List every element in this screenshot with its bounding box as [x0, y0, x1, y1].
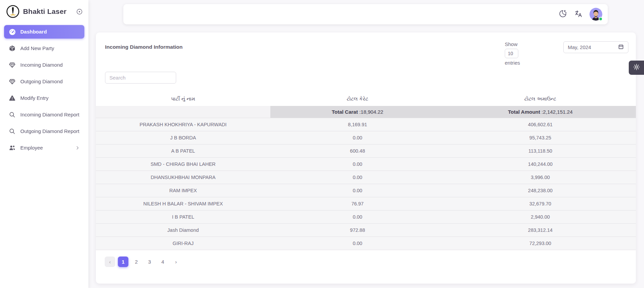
amount-cell: 3,996.00 — [445, 171, 636, 184]
party-name-cell: Jash Diamond — [96, 224, 270, 237]
diamond-icon — [8, 77, 16, 86]
table-row: SMD - CHIRAG BHAI LAHER 0.00 140,244.00 — [96, 158, 636, 171]
party-name-cell: NILESH H BALAR - SHIVAM IMPEX — [96, 197, 270, 211]
sidebar-item-label: Incoming Diamond — [20, 62, 80, 68]
pagination-prev-button[interactable]: ‹ — [105, 257, 115, 267]
total-carat-value: :18,904.22 — [359, 109, 383, 115]
language-switch-button[interactable] — [572, 8, 585, 21]
sidebar-item-incoming-diamond[interactable]: Incoming Diamond — [4, 58, 84, 72]
party-name-cell: SMD - CHIRAG BHAI LAHER — [96, 158, 270, 171]
entries-count-input[interactable] — [505, 49, 518, 58]
sidebar-item-label: Employee — [20, 145, 71, 151]
sidebar-item-add-new-party[interactable]: Add New Party — [4, 42, 84, 55]
amount-cell: 406,602.61 — [445, 118, 636, 131]
sidebar-item-incoming-diamond-report[interactable]: Incoming Diamond Report — [4, 108, 84, 121]
entries-label: entries — [505, 60, 520, 66]
table-row: J B BORDA 0.00 95,743.25 — [96, 131, 636, 145]
sidebar-item-label: Outgoing Diamond — [20, 79, 80, 85]
totals-row: Total Carat:18,904.22 Total Amount:2,142… — [96, 106, 636, 118]
sidebar-item-label: Incoming Diamond Report — [20, 112, 80, 118]
total-carat-cell: Total Carat:18,904.22 — [270, 106, 445, 118]
language-icon — [574, 9, 583, 19]
month-picker[interactable]: May, 2024 — [563, 41, 628, 53]
table-row: GIRI-RAJ 0.00 72,293.00 — [96, 237, 636, 250]
sidebar-item-label: Add New Party — [20, 45, 80, 52]
sidebar-item-label: Outgoing Diamond Report — [20, 128, 80, 135]
incoming-diamond-card: Incoming Diamond Information Show entrie… — [96, 32, 636, 284]
carat-cell: 0.00 — [270, 171, 445, 184]
carat-cell: 0.00 — [270, 237, 445, 250]
diamond-icon — [8, 61, 16, 69]
cube-icon — [8, 44, 16, 52]
pagination-next-button[interactable]: › — [171, 257, 181, 267]
party-name-cell: PRAKASH KHOKHRIYA - KAPURWADI — [96, 118, 270, 131]
alert-triangle-icon — [8, 94, 16, 102]
carat-cell: 0.00 — [270, 158, 445, 171]
amount-cell: 32,679.70 — [445, 197, 636, 211]
total-amount-cell: Total Amount:2,142,151.24 — [445, 106, 636, 118]
pagination-page-4[interactable]: 4 — [158, 257, 168, 267]
carat-cell: 8,169.91 — [270, 118, 445, 131]
pagination: ‹ 1 2 3 4 › — [96, 250, 636, 267]
search-icon — [8, 127, 16, 135]
party-name-cell: A B PATEL — [96, 145, 270, 158]
party-name-cell: DHANSUKHBHAI MONPARA — [96, 171, 270, 184]
party-name-cell: GIRI-RAJ — [96, 237, 270, 250]
amount-cell: 283,312.14 — [445, 224, 636, 237]
dark-mode-toggle-button[interactable] — [556, 8, 569, 21]
carat-cell: 0.00 — [270, 184, 445, 197]
topbar — [123, 4, 608, 24]
moon-stars-icon — [559, 9, 567, 19]
column-header-party-name: પાર્ટી નું નામ — [96, 92, 270, 106]
table-row: DHANSUKHBHAI MONPARA 0.00 3,996.00 — [96, 171, 636, 184]
table-row: PRAKASH KHOKHRIYA - KAPURWADI 8,169.91 4… — [96, 118, 636, 131]
gear-icon — [633, 63, 640, 72]
total-amount-value: :2,142,151.24 — [541, 109, 573, 115]
totals-empty-cell — [96, 106, 270, 118]
user-avatar[interactable] — [589, 8, 602, 21]
incoming-diamond-table: પાર્ટી નું નામ ટોટલ કેરેટ ટોટલ અમાઉન્ટ T… — [96, 92, 636, 250]
amount-cell: 113,118.50 — [445, 145, 636, 158]
chevron-right-icon — [75, 145, 80, 151]
carat-cell: 76.97 — [270, 197, 445, 211]
show-label: Show — [505, 41, 520, 47]
sidebar-item-outgoing-diamond[interactable]: Outgoing Diamond — [4, 75, 84, 88]
users-icon — [8, 144, 16, 152]
sidebar-item-employee[interactable]: Employee — [4, 141, 84, 155]
total-carat-label: Total Carat — [332, 109, 358, 115]
party-name-cell: RAM IMPEX — [96, 184, 270, 197]
column-header-total-carat: ટોટલ કેરેટ — [270, 92, 445, 106]
amount-cell: 72,293.00 — [445, 237, 636, 250]
search-input[interactable] — [105, 72, 176, 84]
carat-cell: 972.88 — [270, 224, 445, 237]
amount-cell: 140,244.00 — [445, 158, 636, 171]
table-row: I B PATEL 0.00 2,940.00 — [96, 211, 636, 224]
brand-logo-icon — [6, 5, 20, 18]
calendar-icon — [618, 44, 624, 51]
entries-control: Show entries — [505, 41, 520, 66]
page-title: Incoming Diamond Information — [105, 44, 183, 66]
sidebar-item-dashboard[interactable]: Dashboard — [4, 25, 84, 39]
column-header-total-amount: ટોટલ અમાઉન્ટ — [445, 92, 636, 106]
pagination-page-2[interactable]: 2 — [131, 257, 142, 267]
pagination-page-1[interactable]: 1 — [118, 257, 128, 267]
party-name-cell: I B PATEL — [96, 211, 270, 224]
sidebar-collapse-toggle-icon[interactable] — [76, 8, 83, 15]
table-row: Jash Diamond 972.88 283,312.14 — [96, 224, 636, 237]
main-area: Incoming Diamond Information Show entrie… — [88, 4, 644, 288]
sidebar-item-outgoing-diamond-report[interactable]: Outgoing Diamond Report — [4, 125, 84, 138]
table-row: NILESH H BALAR - SHIVAM IMPEX 76.97 32,6… — [96, 197, 636, 211]
amount-cell: 2,940.00 — [445, 211, 636, 224]
party-name-cell: J B BORDA — [96, 131, 270, 145]
sidebar-item-modify-entry[interactable]: Modify Entry — [4, 91, 84, 105]
month-picker-value: May, 2024 — [568, 44, 591, 50]
search-icon — [8, 111, 16, 119]
carat-cell: 600.48 — [270, 145, 445, 158]
pagination-page-3[interactable]: 3 — [144, 257, 155, 267]
brand: Bhakti Laser — [0, 0, 88, 22]
settings-button[interactable] — [629, 61, 644, 75]
carat-cell: 0.00 — [270, 211, 445, 224]
table-row: RAM IMPEX 0.00 248,238.00 — [96, 184, 636, 197]
table-row: A B PATEL 600.48 113,118.50 — [96, 145, 636, 158]
sidebar: Bhakti Laser Dashboard — [0, 0, 88, 288]
